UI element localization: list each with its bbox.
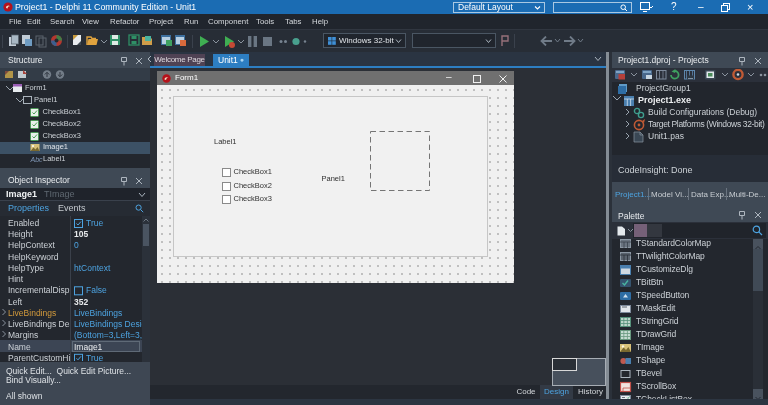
svg-text:Abc: Abc <box>30 156 44 163</box>
